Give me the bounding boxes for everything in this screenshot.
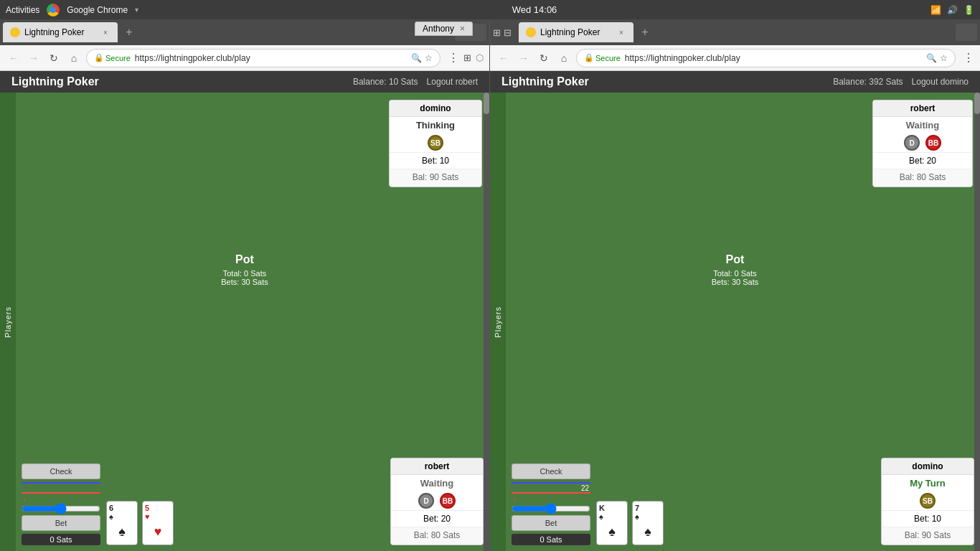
left-bottom-area: Check ↑ ↓ <box>16 472 489 551</box>
right-cards-area: K♠ ♠ 7♠ ♠ <box>596 501 664 545</box>
left-raise-down-icon[interactable]: ↓ <box>23 494 27 502</box>
left-address-icons: 🔍 ☆ <box>411 53 433 63</box>
chevron-down-icon: ▾ <box>135 6 138 14</box>
left-raise-area: ↑ ↓ <box>22 482 100 502</box>
left-bottom-bal-row: Bal: 80 Sats <box>391 527 483 545</box>
left-star-icon[interactable]: ☆ <box>425 53 433 63</box>
right-bet-slider[interactable] <box>512 505 590 512</box>
right-address-bar: ← → ↻ ⌂ 🔒 Secure https://lightningpoker.… <box>490 45 980 71</box>
left-top-player-status: Thinking <box>390 117 481 133</box>
os-bar-right: 📶 🔊 🔋 <box>930 5 974 15</box>
left-bottom-player-status: Waiting <box>391 475 483 491</box>
left-card-2: 5♥ ♥ <box>142 501 174 545</box>
right-players-label: Players <box>494 306 502 338</box>
right-url-text: https://lightningpoker.club/play <box>625 53 740 63</box>
left-poker-title: Lightning Poker <box>11 75 99 88</box>
left-scrollbar[interactable] <box>484 93 489 551</box>
left-home-button[interactable]: ⌂ <box>66 50 82 66</box>
left-tab[interactable]: ⚡ Lightning Poker × <box>3 22 118 42</box>
right-logout-button[interactable]: Logout domino <box>912 77 969 87</box>
left-tab-close-icon[interactable]: × <box>100 27 110 37</box>
right-raise-bot: ↓ <box>512 494 590 502</box>
left-raise-lines: ↑ ↓ <box>22 482 100 502</box>
left-pot-bets: Bets: 30 Sats <box>221 278 268 286</box>
right-scrollbar-thumb[interactable] <box>974 93 980 114</box>
right-home-button[interactable]: ⌂ <box>556 50 572 66</box>
left-url-text: https://lightningpoker.club/play <box>135 53 250 63</box>
anthony-close-icon[interactable]: × <box>460 24 465 34</box>
right-players-sidebar: Players <box>490 93 506 551</box>
right-star-icon[interactable]: ☆ <box>940 53 948 63</box>
activities-label[interactable]: Activities <box>6 5 39 15</box>
right-raise-area: ↑ 22 ↓ <box>512 482 590 502</box>
left-back-button[interactable]: ← <box>6 50 22 66</box>
left-top-sb-badge: SB <box>428 135 443 151</box>
left-top-player-badges: SB <box>390 133 481 152</box>
left-extensions-icon[interactable]: ⊞ <box>463 52 471 63</box>
right-tab-close-icon[interactable]: × <box>616 27 626 37</box>
right-tab-icon2: ⊟ <box>504 27 512 38</box>
left-cards-area: 6♠ ♠ 5♥ ♥ <box>106 501 174 545</box>
right-raise-up-icon[interactable]: ↑ <box>513 484 517 492</box>
left-scrollbar-thumb[interactable] <box>484 93 489 114</box>
left-search-icon[interactable]: 🔍 <box>411 53 422 63</box>
app-name-label: Google Chrome <box>67 5 128 15</box>
right-search-icon[interactable]: 🔍 <box>926 53 937 63</box>
left-top-player-card: domino Thinking SB Bet: 10 Bal: 90 Sats <box>389 100 482 187</box>
right-new-tab-icon[interactable]: + <box>636 24 654 41</box>
right-card2-mid: ♠ <box>635 521 661 542</box>
left-check-button[interactable]: Check <box>22 463 100 479</box>
right-check-button[interactable]: Check <box>512 463 590 479</box>
left-poker-header-right: Balance: 10 Sats Logout robert <box>353 77 478 87</box>
right-reload-button[interactable]: ↻ <box>536 50 552 66</box>
right-tab[interactable]: ⚡ Lightning Poker × <box>519 22 633 42</box>
left-top-bet-row: Bet: 10 <box>390 152 481 169</box>
left-sats-display: 0 Sats <box>22 534 100 545</box>
left-card2-mid: ♥ <box>145 521 171 542</box>
left-logout-button[interactable]: Logout robert <box>427 77 478 87</box>
left-card-1: 6♠ ♠ <box>106 501 138 545</box>
right-top-player-badges: D BB <box>873 133 972 152</box>
right-browser: ⊞ ⊟ ⚡ Lightning Poker × + ← → ↻ ⌂ 🔒 Secu… <box>490 19 980 551</box>
left-menu-icon[interactable]: ⋮ <box>448 51 459 65</box>
left-address-input[interactable]: 🔒 Secure https://lightningpoker.club/pla… <box>86 49 440 67</box>
right-back-button[interactable]: ← <box>496 50 512 66</box>
left-forward-button[interactable]: → <box>26 50 42 66</box>
right-address-icons: 🔍 ☆ <box>926 53 948 63</box>
wifi-icon: 📶 <box>930 5 941 15</box>
left-address-bar: ← → ↻ ⌂ 🔒 Secure https://lightningpoker.… <box>0 45 489 71</box>
chrome-logo-icon <box>47 4 60 17</box>
right-poker-app: Lightning Poker Balance: 392 Sats Logout… <box>490 71 980 551</box>
right-raise-mid: ↑ 22 <box>512 484 590 492</box>
left-players-label: Players <box>4 306 12 338</box>
right-bet-button[interactable]: Bet <box>512 515 590 531</box>
left-raise-up-icon[interactable]: ↑ <box>23 484 27 492</box>
left-pot-area: Pot Total: 0 Sats Bets: 30 Sats <box>221 253 268 286</box>
left-pocket-icon[interactable]: ⬡ <box>476 52 484 63</box>
volume-icon: 🔊 <box>947 5 958 15</box>
right-forward-button[interactable]: → <box>516 50 532 66</box>
right-scrollbar[interactable] <box>974 93 980 551</box>
anthony-label: Anthony <box>423 24 454 34</box>
right-sats-display: 0 Sats <box>512 534 590 545</box>
left-tab-title: Lightning Poker <box>24 27 84 37</box>
right-menu-icon[interactable]: ⋮ <box>963 51 974 65</box>
right-card1-mid: ♠ <box>599 521 625 542</box>
right-card-1: K♠ ♠ <box>596 501 628 545</box>
os-bar: Activities Google Chrome ▾ Wed 14:06 📶 🔊… <box>0 0 980 19</box>
right-poker-header: Lightning Poker Balance: 392 Sats Logout… <box>490 71 980 93</box>
right-balance-label: Balance: 392 Sats <box>833 77 903 87</box>
left-pot-label: Pot <box>221 253 268 266</box>
left-bet-button[interactable]: Bet <box>22 515 100 531</box>
left-poker-app: Lightning Poker Balance: 10 Sats Logout … <box>0 71 489 551</box>
left-top-bal-row: Bal: 90 Sats <box>390 169 481 187</box>
right-raise-down-icon[interactable]: ↓ <box>513 494 517 502</box>
right-tab-title: Lightning Poker <box>540 27 600 37</box>
left-reload-button[interactable]: ↻ <box>46 50 62 66</box>
left-secure-badge: 🔒 Secure <box>94 53 131 62</box>
right-address-input[interactable]: 🔒 Secure https://lightningpoker.club/pla… <box>576 49 956 67</box>
right-tab-bar: ⊞ ⊟ ⚡ Lightning Poker × + <box>490 19 980 45</box>
left-browser: ⚡ Lightning Poker × + ← → ↻ ⌂ 🔒 Secure h… <box>0 19 490 551</box>
left-new-tab-icon[interactable]: + <box>121 24 138 41</box>
left-bet-slider[interactable] <box>22 505 100 512</box>
